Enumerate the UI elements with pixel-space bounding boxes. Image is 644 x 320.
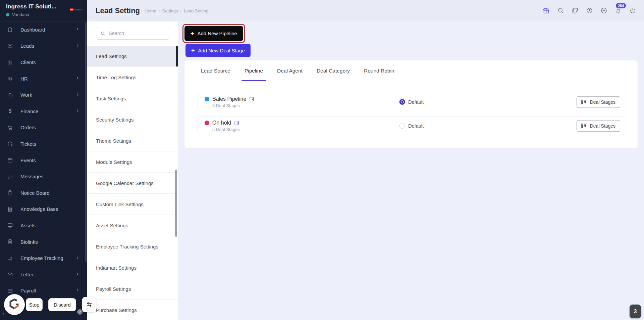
agent-logo-button[interactable] — [4, 294, 25, 315]
chat-icon — [7, 173, 13, 180]
sidebar-scrollbar[interactable] — [85, 22, 87, 262]
sidebar-item-knowledge-base[interactable]: Knowledge Base — [0, 201, 87, 218]
settings-search-box[interactable] — [96, 27, 169, 40]
settings-panel: Lead Settings Time Log Settings Task Set… — [87, 21, 178, 320]
help-icon[interactable]: ? — [77, 309, 83, 315]
settings-item-security-settings[interactable]: Security Settings — [87, 109, 178, 130]
settings-item-employee-tracking-settings[interactable]: Employee Tracking Settings — [87, 236, 178, 257]
collapse-sidebar-icon[interactable]: ‹ — [3, 310, 4, 316]
company-header[interactable]: Ingress IT Soluti... Vandana IN GRESS — [0, 0, 87, 21]
sidebar-item-letter[interactable]: Letter — [0, 266, 87, 283]
deal-stage-count: 8 Deal Stages — [212, 103, 255, 108]
add-new-pipeline-button[interactable]: + Add New Pipeline — [184, 26, 243, 41]
settings-item-asset-settings[interactable]: Asset Settings — [87, 215, 178, 236]
briefcase-icon — [7, 92, 13, 98]
sidebar-item-assets[interactable]: Assets — [0, 217, 87, 234]
default-radio-unselected[interactable] — [399, 123, 405, 129]
chevron-right-icon — [75, 255, 80, 261]
default-radio-group[interactable]: Default — [399, 123, 424, 129]
sidebar-item-leads[interactable]: Leads — [0, 38, 87, 54]
cart-icon — [7, 124, 13, 131]
settings-search-input[interactable] — [109, 31, 159, 36]
tab-deal-agent[interactable]: Deal Agent — [270, 60, 310, 81]
breadcrumb-home[interactable]: Home — [145, 8, 156, 13]
sidebar-item-hr[interactable]: HR — [0, 71, 87, 87]
main-content: + Add New Pipeline + Add New Deal Stage … — [178, 21, 644, 320]
tab-pipeline[interactable]: Pipeline — [237, 60, 270, 81]
plus-circle-icon[interactable] — [600, 7, 608, 14]
stop-button[interactable]: Stop — [26, 298, 43, 311]
settings-item-module-settings[interactable]: Module Settings — [87, 151, 178, 173]
breadcrumb-settings[interactable]: Settings — [162, 8, 178, 13]
default-radio-group[interactable]: Default — [399, 99, 424, 105]
envelope-icon — [7, 271, 13, 278]
settings-item-lead-settings[interactable]: Lead Settings — [87, 46, 178, 67]
sidebar-item-clients[interactable]: Clients — [0, 54, 87, 71]
switch-icon-button[interactable] — [82, 297, 96, 312]
chevron-right-icon — [75, 76, 80, 82]
sidebar-item-biolinks[interactable]: Biolinks — [0, 234, 87, 250]
notifications-bell-icon[interactable]: 284 — [615, 7, 622, 14]
plus-icon: + — [191, 31, 194, 37]
tab-deal-category[interactable]: Deal Category — [310, 60, 357, 81]
power-icon[interactable] — [629, 7, 637, 14]
default-radio-label: Default — [408, 123, 424, 129]
gift-icon[interactable] — [543, 7, 550, 14]
settings-item-payroll-settings[interactable]: Payroll Settings — [87, 278, 178, 300]
settings-item-indiamart-settings[interactable]: Indiamart Settings — [87, 257, 178, 278]
settings-item-google-calendar-settings[interactable]: Google Calendar Settings — [87, 173, 178, 194]
kanban-icon — [581, 124, 587, 128]
settings-item-task-settings[interactable]: Task Settings — [87, 88, 178, 109]
header-icon-bar: 284 — [543, 0, 637, 21]
tab-bar: Lead Source Pipeline Deal Agent Deal Cat… — [184, 60, 638, 81]
settings-item-custom-link-settings[interactable]: Custom Link Settings — [87, 194, 178, 215]
document-icon — [7, 206, 13, 213]
settings-item-time-log-settings[interactable]: Time Log Settings — [87, 67, 178, 88]
tab-lead-source[interactable]: Lead Source — [194, 60, 237, 81]
notification-count-badge: 284 — [616, 3, 626, 8]
page-count-badge[interactable]: 3 — [630, 305, 641, 318]
sidebar-item-employee-tracking[interactable]: Employee Tracking — [0, 250, 87, 266]
settings-item-purchase-settings[interactable]: Purchase Settings — [87, 300, 178, 320]
calendar-icon — [7, 157, 13, 164]
default-radio-label: Default — [408, 99, 424, 105]
wallet-icon — [7, 287, 13, 294]
pipeline-name: On hold — [212, 120, 231, 126]
clock-icon[interactable] — [586, 7, 593, 14]
sidebar-item-messages[interactable]: Messages — [0, 168, 87, 185]
sidebar-item-tickets[interactable]: Tickets — [0, 136, 87, 152]
notes-icon[interactable] — [572, 7, 579, 14]
pipeline-name: Sales Pipeline — [212, 96, 246, 102]
monitor-icon — [7, 222, 13, 229]
chevron-right-icon — [75, 108, 80, 114]
user-name: Vandana — [12, 12, 29, 17]
search-icon — [100, 31, 105, 36]
edit-pipeline-icon[interactable] — [249, 96, 255, 102]
pipeline-row-sales-pipeline: Sales Pipeline 8 Deal Stages Default Dea… — [198, 93, 625, 111]
deal-stages-button[interactable]: Deal Stages — [577, 96, 620, 108]
sidebar-item-orders[interactable]: Orders — [0, 120, 87, 136]
discard-button[interactable]: Discard — [48, 298, 76, 311]
online-status-dot — [6, 13, 9, 16]
clipboard-icon — [7, 189, 13, 196]
sidebar-item-events[interactable]: Events — [0, 152, 87, 169]
chevron-right-icon — [75, 43, 80, 49]
sidebar-item-notice-board[interactable]: Notice Board — [0, 185, 87, 201]
pipeline-card: Lead Source Pipeline Deal Agent Deal Cat… — [184, 60, 638, 148]
pipeline-rows: Sales Pipeline 8 Deal Stages Default Dea… — [184, 81, 638, 135]
sidebar-item-finance[interactable]: $ Finance — [0, 103, 87, 120]
search-icon[interactable] — [557, 7, 565, 14]
chevron-right-icon — [75, 288, 80, 294]
sidebar-item-dashboard[interactable]: Dashboard — [0, 21, 87, 38]
edit-pipeline-icon[interactable] — [234, 120, 240, 126]
top-header: Lead Setting Home • Settings • Lead Sett… — [87, 0, 644, 21]
company-logo: IN GRESS — [70, 8, 83, 11]
chevron-right-icon — [75, 271, 80, 277]
settings-scrollbar[interactable] — [175, 170, 177, 237]
settings-item-theme-settings[interactable]: Theme Settings — [87, 130, 178, 151]
deal-stages-button[interactable]: Deal Stages — [577, 120, 620, 132]
sidebar-item-work[interactable]: Work — [0, 87, 87, 103]
tab-round-robin[interactable]: Round Robin — [357, 60, 401, 81]
add-new-deal-stage-button[interactable]: + Add New Deal Stage — [185, 44, 251, 57]
default-radio-selected[interactable] — [399, 99, 405, 105]
